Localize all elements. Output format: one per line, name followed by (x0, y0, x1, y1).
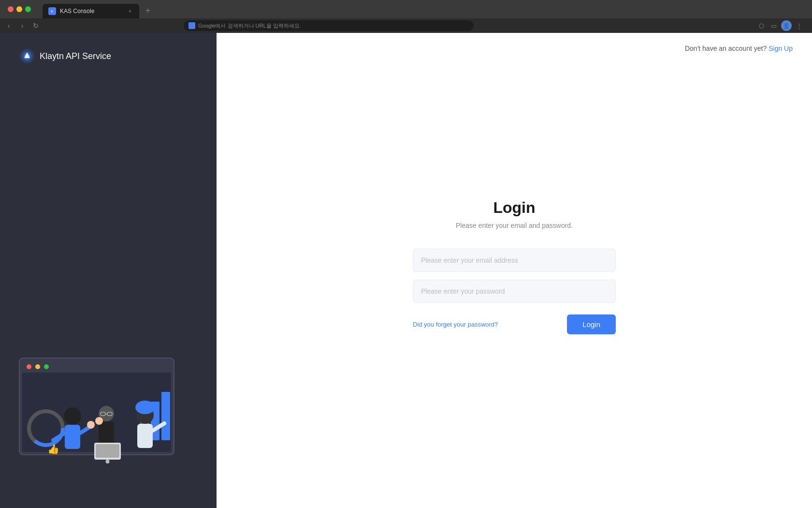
browser-chrome: K KAS Console × + ‹ › ↻ Google에서 검색하거나 U… (0, 0, 812, 33)
address-bar: ‹ › ↻ Google에서 검색하거나 URL을 입력하세요. ⬡ ▭ 👤 ⋮ (0, 18, 812, 33)
tab-close-button[interactable]: × (127, 8, 133, 15)
svg-point-14 (64, 407, 81, 425)
brand: Klaytn API Service (19, 48, 111, 64)
cast-button[interactable]: ▭ (768, 20, 779, 31)
right-panel: Don't have an account yet? Sign Up Login… (217, 33, 812, 508)
site-favicon-icon (188, 22, 195, 29)
svg-point-31 (95, 417, 103, 425)
tab-title: KAS Console (60, 8, 123, 15)
svg-point-5 (27, 364, 31, 369)
password-input[interactable] (413, 280, 616, 303)
forgot-password-link[interactable]: Did you forget your password? (413, 321, 498, 328)
url-input[interactable]: Google에서 검색하거나 URL을 입력하세요. (184, 20, 474, 31)
profile-button[interactable]: 👤 (781, 20, 792, 31)
svg-rect-11 (161, 392, 170, 440)
email-input[interactable] (413, 249, 616, 272)
illustration: 👍 (14, 353, 198, 469)
login-subtitle: Please enter your email and password. (456, 222, 573, 229)
klaytn-logo-icon (19, 48, 35, 64)
url-text: Google에서 검색하거나 URL을 입력하세요. (198, 22, 301, 30)
active-tab[interactable]: K KAS Console × (43, 4, 139, 18)
refresh-button[interactable]: ↻ (31, 21, 41, 30)
forward-button[interactable]: › (17, 21, 27, 30)
svg-point-7 (44, 364, 49, 369)
svg-text:👍: 👍 (47, 443, 59, 455)
form-actions: Did you forget your password? Login (413, 314, 616, 334)
login-button[interactable]: Login (567, 314, 616, 334)
tab-bar: K KAS Console × + (0, 0, 812, 18)
close-window-button[interactable] (8, 6, 14, 12)
menu-button[interactable]: ⋮ (794, 20, 804, 31)
svg-point-25 (106, 460, 110, 463)
svg-point-27 (135, 401, 155, 414)
login-form-container: Login Please enter your email and passwo… (217, 64, 812, 508)
new-tab-button[interactable]: + (141, 4, 155, 17)
minimize-window-button[interactable] (16, 6, 22, 12)
back-button[interactable]: ‹ (4, 21, 14, 30)
form-fields: Did you forget your password? Login (413, 249, 616, 334)
signup-link[interactable]: Sign Up (768, 45, 793, 52)
tab-favicon-icon: K (48, 7, 56, 15)
login-title: Login (493, 199, 535, 217)
svg-rect-28 (137, 424, 153, 448)
browser-actions: ⬡ ▭ 👤 ⋮ (756, 20, 808, 31)
svg-point-6 (35, 364, 40, 369)
svg-rect-24 (96, 444, 119, 458)
brand-name: Klaytn API Service (40, 51, 111, 61)
svg-rect-22 (99, 421, 114, 446)
top-bar: Don't have an account yet? Sign Up (217, 33, 812, 64)
svg-point-30 (87, 421, 95, 429)
no-account-text: Don't have an account yet? (685, 45, 767, 52)
extensions-button[interactable]: ⬡ (756, 20, 767, 31)
traffic-lights (4, 0, 35, 18)
svg-rect-15 (65, 425, 80, 449)
page: Klaytn API Service (0, 33, 812, 508)
left-panel: Klaytn API Service (0, 33, 217, 508)
maximize-window-button[interactable] (25, 6, 31, 12)
